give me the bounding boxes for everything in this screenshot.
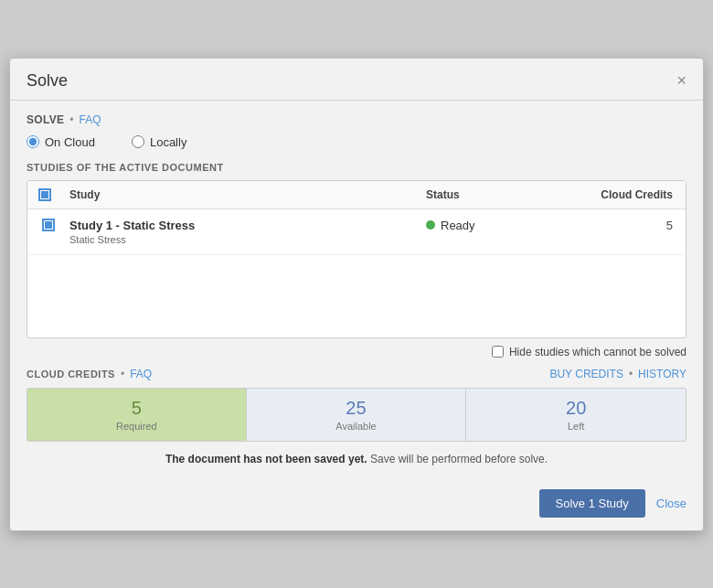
credits-cell: 5 — [567, 217, 686, 234]
locally-radio[interactable] — [132, 135, 144, 148]
hide-studies-checkbox[interactable] — [492, 346, 504, 358]
hide-studies-row: Hide studies which cannot be solved — [27, 346, 686, 358]
select-all-checkbox[interactable] — [38, 188, 51, 201]
studies-table: Study Status Cloud Credits Study 1 - Sta… — [27, 180, 686, 338]
status-cell: Ready — [420, 217, 567, 234]
on-cloud-label: On Cloud — [45, 135, 95, 149]
table-body: Study 1 - Static Stress Static Stress Re… — [27, 209, 686, 337]
dialog-title: Solve — [27, 71, 68, 91]
cloud-credits-label: CLOUD CREDITS — [27, 369, 115, 380]
hide-studies-label: Hide studies which cannot be solved — [509, 346, 686, 358]
dialog-header: Solve × — [10, 59, 703, 101]
save-note-rest: Save will be performed before solve. — [367, 453, 548, 465]
dot-separator: • — [69, 113, 73, 126]
credits-faq-link[interactable]: FAQ — [130, 368, 152, 380]
row-checkbox[interactable] — [42, 219, 55, 231]
th-study: Study — [64, 187, 420, 203]
credits-grid: 5 Required 25 Available 20 Left — [27, 388, 686, 442]
study-name: Study 1 - Static Stress — [69, 219, 415, 232]
dialog-footer: Solve 1 Study Close — [10, 489, 703, 530]
save-note-bold: The document has not been saved yet. — [165, 453, 367, 465]
dialog-body: SOLVE • FAQ On Cloud Locally STUDIES OF … — [10, 101, 703, 489]
status-dot-icon — [426, 220, 435, 230]
study-col-header: Study — [69, 188, 100, 201]
status-text: Ready — [441, 219, 475, 232]
table-header: Study Status Cloud Credits — [27, 181, 686, 209]
solve-section-label: SOLVE — [27, 113, 64, 126]
credits-actions: BUY CREDITS • HISTORY — [549, 368, 686, 380]
solve-study-button[interactable]: Solve 1 Study — [539, 489, 645, 518]
studies-section-label: STUDIES OF THE ACTIVE DOCUMENT — [27, 162, 686, 173]
on-cloud-option[interactable]: On Cloud — [27, 135, 95, 149]
solve-dialog: Solve × SOLVE • FAQ On Cloud Locally STU… — [9, 58, 704, 531]
left-card: 20 Left — [466, 388, 686, 442]
locally-option[interactable]: Locally — [132, 135, 186, 149]
faq-link[interactable]: FAQ — [80, 113, 101, 126]
credits-dot-sep: • — [121, 368, 124, 380]
cloud-credits-header: CLOUD CREDITS • FAQ BUY CREDITS • HISTOR… — [27, 368, 686, 380]
available-value: 25 — [346, 398, 366, 419]
on-cloud-radio[interactable] — [27, 135, 39, 148]
study-type: Static Stress — [69, 234, 415, 245]
required-label: Required — [116, 421, 157, 432]
radio-row: On Cloud Locally — [27, 135, 686, 149]
available-card: 25 Available — [247, 388, 467, 442]
credits-action-dot: • — [629, 368, 633, 380]
left-value: 20 — [566, 398, 586, 419]
th-credits: Cloud Credits — [567, 187, 686, 203]
locally-label: Locally — [150, 135, 186, 149]
solve-faq-row: SOLVE • FAQ — [27, 113, 686, 126]
required-value: 5 — [132, 398, 142, 419]
left-label: Left — [568, 421, 584, 432]
table-row: Study 1 - Static Stress Static Stress Re… — [27, 209, 686, 255]
th-check — [27, 187, 64, 203]
available-label: Available — [335, 421, 376, 432]
study-name-cell: Study 1 - Static Stress Static Stress — [64, 217, 420, 247]
close-button[interactable]: Close — [656, 497, 686, 510]
required-card: 5 Required — [27, 388, 247, 442]
history-link[interactable]: HISTORY — [638, 368, 686, 380]
buy-credits-link[interactable]: BUY CREDITS — [549, 368, 623, 380]
th-status: Status — [420, 187, 567, 203]
close-icon[interactable]: × — [676, 72, 686, 89]
save-note: The document has not been saved yet. Sav… — [27, 453, 686, 465]
row-checkbox-container — [27, 217, 64, 231]
